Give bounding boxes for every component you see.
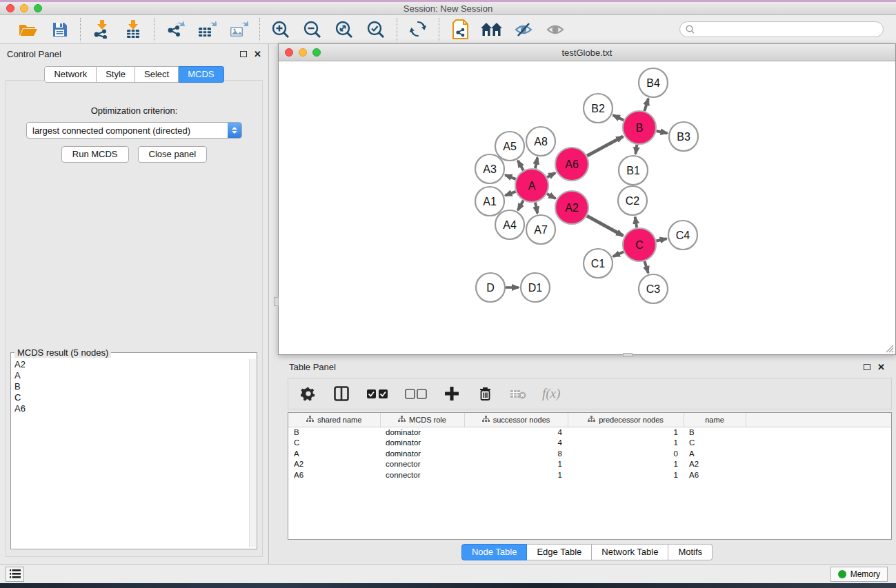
edge-A-A4[interactable] bbox=[518, 201, 524, 210]
tab-mcds[interactable]: MCDS bbox=[179, 66, 223, 83]
export-network-icon[interactable] bbox=[164, 19, 186, 40]
table-cell[interactable]: 1 bbox=[464, 459, 568, 470]
table-cell[interactable]: 1 bbox=[568, 469, 684, 480]
table-cell[interactable]: A2 bbox=[288, 459, 380, 470]
graph-node-C[interactable]: C bbox=[623, 228, 656, 261]
edge-B-B1[interactable] bbox=[635, 145, 637, 154]
result-item[interactable]: A6 bbox=[12, 403, 248, 414]
graph-node-A8[interactable]: A8 bbox=[526, 127, 555, 156]
column-header-name[interactable]: name bbox=[684, 413, 746, 427]
memory-button[interactable]: Memory bbox=[830, 567, 888, 582]
result-item[interactable]: C bbox=[12, 392, 248, 403]
result-item[interactable]: A bbox=[12, 370, 248, 381]
select-all-icon[interactable] bbox=[366, 383, 389, 404]
import-table-icon[interactable] bbox=[122, 19, 144, 40]
graph-node-A1[interactable]: A1 bbox=[475, 187, 504, 216]
table-cell[interactable]: dominator bbox=[380, 448, 464, 459]
tab-edge-table[interactable]: Edge Table bbox=[527, 544, 592, 560]
table-cell[interactable]: A6 bbox=[288, 469, 380, 480]
float-table-panel-icon[interactable] bbox=[864, 364, 870, 370]
table-cell[interactable]: 1 bbox=[568, 427, 684, 438]
tab-node-table[interactable]: Node Table bbox=[461, 544, 528, 560]
delete-table-icon[interactable] bbox=[509, 383, 527, 404]
table-cell[interactable]: 1 bbox=[568, 459, 684, 470]
table-cell[interactable]: B bbox=[684, 427, 746, 438]
table-cell[interactable]: 4 bbox=[464, 438, 568, 449]
import-network-icon[interactable] bbox=[90, 19, 112, 40]
criterion-select[interactable]: largest connected component (directed) bbox=[26, 122, 242, 139]
result-scrollbar[interactable] bbox=[249, 359, 256, 547]
tab-select[interactable]: Select bbox=[135, 66, 179, 83]
delete-icon[interactable] bbox=[476, 383, 494, 404]
edge-C-C3[interactable] bbox=[644, 261, 648, 273]
close-panel-icon[interactable]: ✕ bbox=[254, 50, 261, 59]
export-image-icon[interactable] bbox=[228, 19, 250, 40]
search-input[interactable] bbox=[698, 25, 877, 34]
node-table[interactable]: shared nameMCDS rolesuccessor nodesprede… bbox=[288, 412, 892, 540]
graph-node-A4[interactable]: A4 bbox=[495, 210, 524, 239]
hide-selected-icon[interactable] bbox=[512, 19, 535, 40]
gear-icon[interactable] bbox=[299, 383, 317, 404]
table-row[interactable]: Adominator80A bbox=[288, 448, 891, 459]
column-header-MCDS-role[interactable]: MCDS role bbox=[380, 413, 464, 427]
table-cell[interactable]: A bbox=[288, 448, 380, 459]
edge-C-C1[interactable] bbox=[613, 252, 624, 256]
table-cell[interactable]: A6 bbox=[684, 469, 746, 480]
table-cell[interactable]: 1 bbox=[464, 469, 568, 480]
graph-node-A7[interactable]: A7 bbox=[526, 215, 555, 244]
edge-A-A8[interactable] bbox=[535, 158, 537, 169]
graph-node-B1[interactable]: B1 bbox=[619, 156, 648, 185]
table-cell[interactable]: connector bbox=[380, 469, 464, 480]
edge-A-A7[interactable] bbox=[535, 202, 537, 213]
tab-style[interactable]: Style bbox=[97, 66, 135, 83]
table-row[interactable]: A6connector11A6 bbox=[288, 469, 891, 480]
result-item[interactable]: A2 bbox=[12, 359, 248, 370]
graph-node-C2[interactable]: C2 bbox=[618, 186, 647, 215]
graph-node-C1[interactable]: C1 bbox=[584, 249, 613, 278]
edge-C-C2[interactable] bbox=[635, 217, 637, 228]
column-header-predecessor-nodes[interactable]: predecessor nodes bbox=[568, 413, 684, 427]
function-builder-icon[interactable]: f(x) bbox=[542, 386, 560, 401]
graph-node-B3[interactable]: B3 bbox=[669, 122, 698, 151]
column-header-successor-nodes[interactable]: successor nodes bbox=[464, 413, 568, 427]
edge-A6-B[interactable] bbox=[587, 136, 623, 156]
new-network-from-selection-icon[interactable] bbox=[449, 19, 471, 40]
edge-A-A5[interactable] bbox=[518, 161, 524, 170]
split-column-icon[interactable] bbox=[332, 383, 350, 404]
table-cell[interactable]: 4 bbox=[464, 427, 568, 438]
edge-A-A1[interactable] bbox=[505, 192, 515, 196]
graph-node-D[interactable]: D bbox=[476, 273, 505, 302]
column-header-shared-name[interactable]: shared name bbox=[288, 413, 380, 427]
graph-node-A2[interactable]: A2 bbox=[555, 191, 588, 224]
add-icon[interactable] bbox=[443, 383, 461, 404]
edge-A-A6[interactable] bbox=[547, 173, 555, 177]
result-item[interactable]: B bbox=[12, 381, 248, 392]
task-history-button[interactable] bbox=[6, 567, 24, 582]
graph-node-B2[interactable]: B2 bbox=[584, 94, 613, 123]
table-cell[interactable]: dominator bbox=[380, 427, 464, 438]
zoom-fit-icon[interactable] bbox=[333, 19, 355, 40]
zoom-in-icon[interactable] bbox=[270, 19, 292, 40]
graph-node-A5[interactable]: A5 bbox=[495, 132, 524, 161]
table-row[interactable]: Cdominator41C bbox=[288, 438, 891, 449]
run-mcds-button[interactable]: Run MCDS bbox=[61, 146, 129, 163]
table-cell[interactable]: C bbox=[684, 438, 746, 449]
table-cell[interactable]: connector bbox=[380, 459, 464, 470]
save-session-icon[interactable] bbox=[48, 19, 70, 40]
close-panel-button[interactable]: Close panel bbox=[138, 146, 208, 163]
edge-B-B4[interactable] bbox=[644, 99, 648, 111]
edge-A-A2[interactable] bbox=[547, 194, 555, 199]
edge-A-A3[interactable] bbox=[505, 175, 515, 179]
close-table-panel-icon[interactable]: ✕ bbox=[877, 363, 885, 372]
table-cell[interactable]: 1 bbox=[568, 438, 684, 449]
table-cell[interactable]: B bbox=[288, 427, 380, 438]
show-all-icon[interactable] bbox=[544, 19, 566, 40]
edge-B-B2[interactable] bbox=[613, 115, 624, 120]
table-cell[interactable]: 8 bbox=[464, 448, 568, 459]
refresh-icon[interactable] bbox=[407, 19, 429, 40]
tab-motifs[interactable]: Motifs bbox=[668, 544, 713, 560]
graph-node-A[interactable]: A bbox=[515, 169, 548, 202]
network-window-titlebar[interactable]: testGlobe.txt bbox=[279, 44, 895, 61]
graph-node-B[interactable]: B bbox=[623, 111, 656, 144]
deselect-all-icon[interactable] bbox=[404, 383, 428, 404]
